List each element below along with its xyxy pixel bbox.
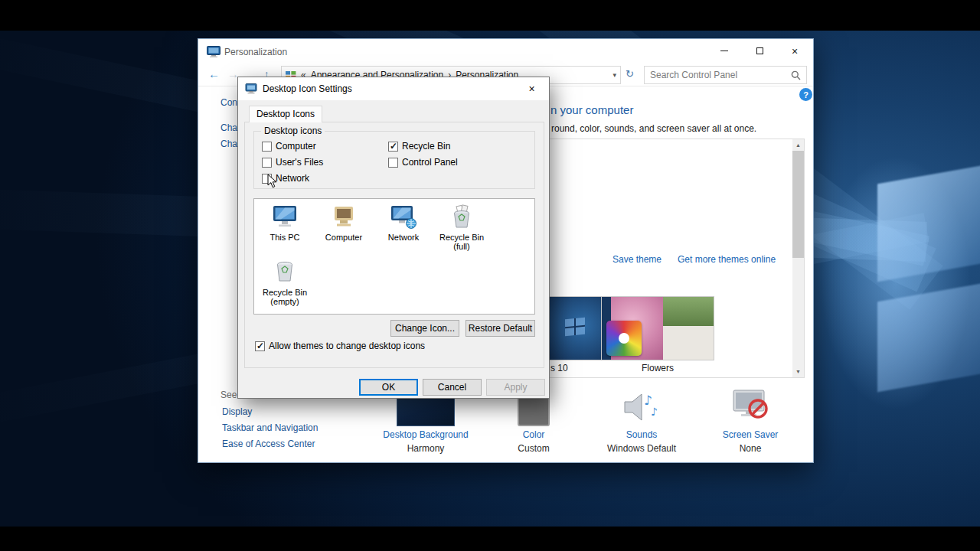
sidebar-item-control-panel-home[interactable]: Con (220, 97, 237, 108)
setting-label[interactable]: Sounds (580, 428, 703, 442)
this-pc-icon (271, 204, 299, 230)
mouse-cursor (267, 174, 278, 189)
sounds-setting[interactable]: ♪ ♪ Sounds Windows Default (580, 385, 703, 455)
setting-label[interactable]: Screen Saver (689, 428, 812, 442)
change-icon-button[interactable]: Change Icon... (390, 320, 459, 337)
desktop-icon-settings-icon (245, 83, 257, 95)
preview-sublabel: (full) (433, 242, 491, 251)
windows-logo-icon (565, 318, 585, 337)
minimize-button[interactable] (707, 40, 742, 62)
apply-button[interactable]: Apply (486, 379, 545, 396)
dialog-title-bar[interactable]: Desktop Icon Settings × (238, 77, 549, 100)
setting-value: Windows Default (580, 442, 703, 455)
search-icon[interactable] (791, 70, 801, 80)
setting-value: Harmony (364, 442, 487, 455)
screen-saver-icon (728, 386, 773, 426)
checkbox-icon[interactable] (388, 158, 398, 168)
scrollbar-thumb[interactable] (792, 151, 804, 258)
sidebar-item-display[interactable]: Display (222, 406, 252, 417)
recycle-bin-empty-icon (271, 259, 299, 285)
preview-label: This PC (256, 233, 314, 242)
checkbox-label: Control Panel (402, 157, 458, 168)
checkbox-recycle-bin[interactable]: Recycle Bin (388, 141, 450, 152)
checkbox-label: Recycle Bin (402, 141, 450, 152)
gallery-scrollbar[interactable]: ▲ ▼ (792, 139, 804, 377)
checkbox-icon[interactable] (388, 142, 398, 152)
checkbox-label: User's Files (276, 157, 323, 168)
checkbox-label: Allow themes to change desktop icons (269, 341, 425, 351)
help-icon: ? (803, 90, 808, 99)
scroll-down-icon[interactable]: ▼ (792, 366, 804, 377)
caption-buttons: × (707, 40, 812, 62)
close-icon: × (528, 83, 534, 95)
theme-flowers-label: Flowers (601, 363, 714, 373)
dialog-title: Desktop Icon Settings (263, 83, 352, 94)
checkbox-allow-themes[interactable]: Allow themes to change desktop icons (255, 341, 425, 351)
preview-label: Computer (315, 233, 373, 242)
restore-default-button[interactable]: Restore Default (466, 320, 535, 337)
window-title: Personalization (224, 47, 287, 57)
setting-value: Custom (472, 442, 595, 455)
recycle-bin-full-icon (448, 204, 475, 230)
checkbox-icon[interactable] (262, 142, 272, 152)
checkbox-label: Network (276, 173, 309, 184)
preview-network[interactable]: Network (374, 204, 433, 242)
sidebar-see-also-header: See (220, 390, 237, 400)
flowers-collage-part (663, 326, 714, 360)
preview-computer[interactable]: Computer (315, 204, 373, 242)
maximize-button[interactable] (742, 40, 777, 62)
color-splash-icon (606, 321, 642, 356)
sidebar-item-taskbar-and-navigation[interactable]: Taskbar and Navigation (222, 422, 318, 433)
tab-desktop-icons[interactable]: Desktop Icons (249, 106, 322, 122)
get-more-themes-link[interactable]: Get more themes online (678, 254, 776, 265)
theme-flowers-thumbnail[interactable] (601, 296, 714, 360)
checkbox-control-panel[interactable]: Control Panel (388, 157, 458, 168)
ok-button[interactable]: OK (359, 379, 418, 396)
sidebar-task-link-1[interactable]: Cha (220, 122, 237, 133)
checkbox-icon[interactable] (262, 158, 272, 168)
help-button[interactable]: ? (799, 88, 812, 101)
flowers-collage-part (663, 297, 714, 326)
page-title: n your computer (550, 103, 633, 116)
breadcrumb-dropdown-icon[interactable]: ▾ (612, 71, 616, 79)
back-button[interactable]: ← (208, 68, 220, 80)
windows-logo-pane (877, 283, 980, 393)
save-theme-link[interactable]: Save theme (612, 254, 662, 265)
checkbox-label: Computer (276, 141, 316, 152)
setting-label[interactable]: Desktop Background (364, 428, 487, 442)
windows-logo-pane (877, 165, 980, 282)
preview-this-pc[interactable]: This PC (256, 204, 314, 242)
checkbox-icon[interactable] (255, 341, 265, 351)
scroll-up-icon[interactable]: ▲ (792, 139, 804, 151)
screen: Personalization × ← → ↑ « Appearance and… (0, 0, 980, 551)
cancel-button[interactable]: Cancel (423, 379, 482, 396)
preview-recycle-bin-empty[interactable]: Recycle Bin (empty) (256, 259, 314, 306)
icon-preview-box: This PC Computer (253, 198, 535, 315)
close-button[interactable]: × (777, 40, 812, 62)
maximize-icon (756, 47, 763, 54)
search-input[interactable] (645, 67, 806, 83)
checkbox-computer[interactable]: Computer (262, 141, 316, 152)
sidebar-task-link-2[interactable]: Cha (220, 139, 237, 149)
preview-label: Recycle Bin (433, 233, 491, 242)
screen-saver-setting[interactable]: Screen Saver None (689, 385, 812, 455)
preview-label: Network (374, 233, 433, 242)
desktop-icon-settings-dialog: Desktop Icon Settings × Desktop Icons De… (237, 77, 550, 399)
dialog-close-button[interactable]: × (514, 77, 549, 99)
title-bar[interactable]: Personalization × (198, 39, 813, 64)
personalization-icon (207, 46, 220, 57)
close-icon: × (792, 46, 798, 57)
network-icon (390, 204, 417, 230)
preview-label: Recycle Bin (256, 288, 314, 297)
theme-windows10-label: s 10 (550, 363, 568, 373)
setting-label[interactable]: Color (472, 428, 595, 442)
checkbox-users-files[interactable]: User's Files (262, 157, 323, 168)
refresh-button[interactable]: ↻ (626, 69, 634, 79)
minimize-icon (720, 51, 728, 51)
sidebar-item-ease-of-access-center[interactable]: Ease of Access Center (222, 439, 315, 449)
search-box (644, 66, 807, 84)
group-label: Desktop icons (261, 126, 325, 136)
page-subtitle: round, color, sounds, and screen saver a… (551, 123, 756, 134)
computer-icon (330, 204, 358, 230)
preview-recycle-bin-full[interactable]: Recycle Bin (full) (433, 204, 491, 251)
